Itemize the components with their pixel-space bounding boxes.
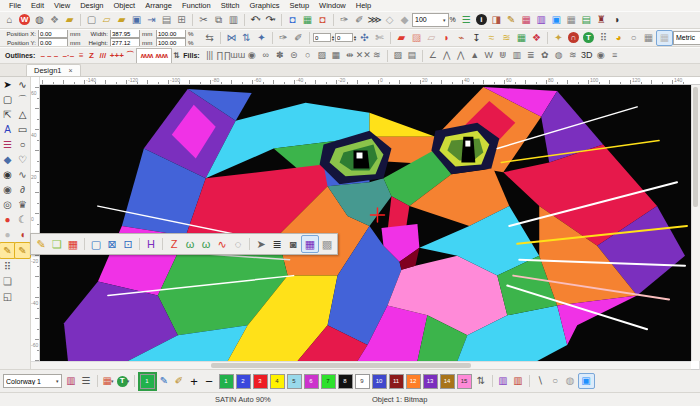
- swatch-spinner-icon[interactable]: ⇅: [474, 374, 489, 388]
- effect-radial[interactable]: ◍: [552, 49, 566, 63]
- color-swatch-10[interactable]: 10: [372, 374, 387, 389]
- grid-snap-icon[interactable]: ▦: [656, 30, 673, 46]
- circle-view-icon[interactable]: ○: [548, 374, 563, 388]
- color-swatch-6[interactable]: 6: [304, 374, 319, 389]
- color-swatch-14[interactable]: 14: [440, 374, 455, 389]
- threads-dock-icon[interactable]: ▤: [579, 13, 594, 27]
- overview-window-icon[interactable]: ☰: [459, 13, 474, 27]
- open-recent-icon[interactable]: ▰: [114, 13, 129, 27]
- outline-dash-style[interactable]: – – –: [38, 49, 60, 63]
- outline-style-box[interactable]: ʍʍ ʍʍ: [136, 48, 172, 64]
- menu-item-help[interactable]: Help: [351, 1, 376, 10]
- stop-shape-tool[interactable]: ●: [0, 212, 15, 227]
- sphere-effect-tool[interactable]: ●: [0, 227, 15, 242]
- save-design-icon[interactable]: ▣: [129, 13, 144, 27]
- lettering-tool[interactable]: A: [0, 122, 15, 137]
- units-combo[interactable]: ▾: [673, 31, 700, 45]
- scale-x-input[interactable]: [156, 29, 186, 38]
- effect-lines[interactable]: ≣: [524, 49, 538, 63]
- effect-pipes[interactable]: ⋓: [496, 49, 510, 63]
- stamp-icon[interactable]: ♜: [594, 13, 609, 27]
- my-threads-icon[interactable]: ☰: [79, 374, 94, 388]
- color-swatch-7[interactable]: 7: [321, 374, 336, 389]
- mirror-merge-v-icon[interactable]: ✄: [372, 31, 387, 45]
- outline-style-spinner[interactable]: ⇅: [172, 49, 180, 63]
- beachball-icon[interactable]: ◕: [611, 31, 626, 45]
- menu-item-graphics[interactable]: Graphics: [244, 1, 284, 10]
- mirror-vertical-icon[interactable]: ⇅: [239, 31, 254, 45]
- wand-pencil-icon[interactable]: ✎: [33, 236, 49, 252]
- penetrations-icon[interactable]: ↧: [469, 31, 484, 45]
- open-shape-tool[interactable]: △: [15, 107, 30, 122]
- reshape-person-icon[interactable]: ➤: [253, 236, 269, 252]
- overlap-shapes-tool[interactable]: ◱: [0, 289, 15, 304]
- color-swatch-2[interactable]: 2: [236, 374, 251, 389]
- design-library-icon[interactable]: ▰: [62, 13, 77, 27]
- ellipse-tool[interactable]: ○: [15, 137, 30, 152]
- wilcom-logo-icon[interactable]: W: [17, 13, 32, 27]
- width-input[interactable]: [110, 29, 140, 38]
- zoom-combo[interactable]: ▾: [412, 13, 449, 27]
- fill-wave-style[interactable]: ≋: [370, 49, 384, 63]
- motif-dots-b-icon[interactable]: ω: [198, 236, 214, 252]
- freehand-open-tool[interactable]: ∿: [15, 167, 30, 182]
- lasso-icon[interactable]: ◌: [230, 236, 246, 252]
- grid-icon[interactable]: ▦: [564, 13, 579, 27]
- hoop-toggle-icon[interactable]: ▣: [578, 373, 595, 389]
- horizontal-scrollbar[interactable]: [31, 361, 691, 369]
- effect-texture[interactable]: ≋: [566, 49, 580, 63]
- vertical-scroll-thumb[interactable]: [693, 87, 698, 207]
- outline-dashdot-style[interactable]: –·–: [60, 49, 76, 63]
- zigzag-stitch-icon[interactable]: Z: [166, 236, 182, 252]
- adjust-sliders-icon[interactable]: ≣: [269, 236, 285, 252]
- redo-icon[interactable]: ↷▾: [263, 13, 278, 27]
- select-tool[interactable]: ➤: [0, 77, 15, 92]
- effect-wave-w[interactable]: W: [482, 49, 496, 63]
- grid-show-icon[interactable]: ▦: [641, 31, 656, 45]
- fill-chain-style[interactable]: ∞: [259, 49, 273, 63]
- fill-loop-style[interactable]: ɯɯ: [231, 49, 245, 63]
- horizontal-ruler[interactable]: -140-120-100-80-60-40-200204060801001201…: [40, 77, 700, 85]
- bitmap-artwork-icon[interactable]: ▦: [514, 31, 529, 45]
- freehand-closed-tool[interactable]: ∂: [15, 182, 30, 197]
- fancy-fill-tool[interactable]: ◆: [0, 152, 15, 167]
- color-film-icon[interactable]: ▥: [534, 13, 549, 27]
- scale-tool-icon[interactable]: ✑: [276, 31, 291, 45]
- menu-item-edit[interactable]: Edit: [26, 1, 49, 10]
- effect-globe[interactable]: ◉: [594, 49, 608, 63]
- zoom-box-tool[interactable]: ❏: [0, 274, 15, 289]
- hoop-ellipse-icon[interactable]: ○: [626, 31, 641, 45]
- handshake-icon[interactable]: ❖: [47, 13, 62, 27]
- run-stitch-tool[interactable]: ◉: [0, 167, 15, 182]
- satin-fill-icon[interactable]: ▰: [394, 31, 409, 45]
- sphere-view-icon[interactable]: ◍: [563, 374, 578, 388]
- thread-colors-icon[interactable]: ▦: [519, 13, 534, 27]
- color-objects-icon[interactable]: ❖: [529, 31, 544, 45]
- close-icon[interactable]: ×: [69, 67, 73, 74]
- shapes-tool[interactable]: ♡: [15, 152, 30, 167]
- monogram-tool[interactable]: ☰: [0, 137, 15, 152]
- brush-flyout-tool[interactable]: ✎: [14, 242, 31, 259]
- motif-run-tool[interactable]: ◎: [0, 197, 15, 212]
- zoom-input[interactable]: [414, 15, 442, 25]
- monogram-dots-icon[interactable]: ⠿: [596, 31, 611, 45]
- menu-item-object[interactable]: Object: [109, 1, 141, 10]
- triple-run-tool[interactable]: ◉: [0, 182, 15, 197]
- polygon-select-tool[interactable]: ▢: [0, 92, 15, 107]
- product-color-icon[interactable]: T▾: [116, 374, 131, 388]
- menu-item-file[interactable]: File: [4, 1, 26, 10]
- lock-aspect-icon[interactable]: ⇆: [202, 31, 217, 45]
- menu-item-stitch[interactable]: Stitch: [216, 1, 245, 10]
- chevron-down-icon[interactable]: ▾: [442, 17, 447, 23]
- magic-wand-icon[interactable]: ✐: [352, 13, 367, 27]
- color-picker-icon[interactable]: ✎: [157, 374, 172, 388]
- current-color-swatch[interactable]: 1: [140, 374, 155, 389]
- object-deselect-icon[interactable]: ⊠: [104, 236, 120, 252]
- camera-icon[interactable]: ◙: [285, 236, 301, 252]
- cut-icon[interactable]: ✂: [196, 13, 211, 27]
- fill-hatch-style[interactable]: ▨: [315, 49, 329, 63]
- color-swatch-3[interactable]: 3: [253, 374, 268, 389]
- color-swatch-13[interactable]: 13: [423, 374, 438, 389]
- remove-color-icon[interactable]: −: [202, 374, 217, 388]
- colorway-combo[interactable]: ▾: [3, 374, 62, 388]
